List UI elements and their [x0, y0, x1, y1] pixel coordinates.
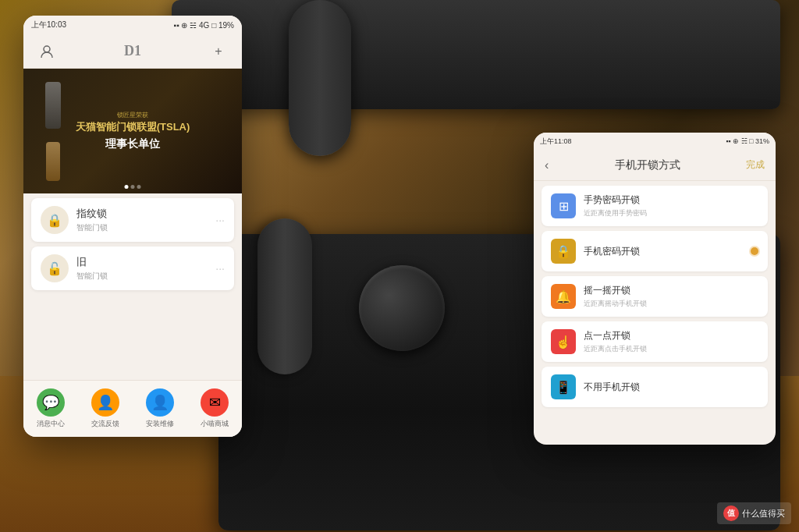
dot-2	[131, 185, 135, 189]
feedback-icon: 👤	[91, 388, 119, 417]
lock-handle-top	[289, 0, 351, 156]
menu-item-shake[interactable]: 🔔 摇一摇开锁 近距离摇动手机开锁	[542, 276, 768, 317]
lock-name-1: 指纹锁	[76, 207, 215, 221]
lock-type-1: 智能门锁	[76, 222, 215, 233]
no-phone-name: 不用手机开锁	[584, 381, 758, 394]
shop-label: 小喵商城	[201, 419, 229, 429]
nav-message-center[interactable]: 💬 消息中心	[37, 388, 65, 429]
lock-handle-bottom	[257, 218, 312, 374]
right-header: ‹ 手机开锁方式 完成	[534, 150, 776, 181]
password-info: 手机密码开锁	[584, 245, 751, 258]
selected-indicator	[751, 247, 758, 255]
bottom-navigation: 💬 消息中心 👤 交流反馈 👤 安装维修 ✉ 小喵商城	[23, 380, 242, 437]
dot-3	[137, 185, 141, 189]
lock-name-2: 旧	[76, 255, 215, 269]
menu-item-tap[interactable]: ☝ 点一点开锁 近距离点击手机开锁	[542, 321, 768, 362]
lock-more-1[interactable]: ···	[215, 214, 225, 226]
tap-icon: ☝	[551, 329, 576, 354]
right-status-bar: 上午11:08 ▪▪ ⊕ ☵ □ 31%	[534, 133, 776, 150]
no-phone-info: 不用手机开锁	[584, 381, 758, 394]
tap-desc: 近距离点击手机开锁	[584, 344, 758, 354]
back-button[interactable]: ‹	[545, 158, 549, 172]
gesture-icon: ⊞	[551, 193, 576, 218]
lock-icon-1: 🔒	[41, 206, 69, 234]
message-icon: 💬	[37, 388, 65, 417]
profile-icon[interactable]	[36, 41, 58, 62]
lock-info-2: 旧 智能门锁	[76, 255, 215, 282]
lock-knob	[359, 265, 445, 351]
banner-top-text: 锁匠星荣获	[76, 111, 190, 119]
shake-icon: 🔔	[551, 284, 576, 309]
no-phone-icon: 📱	[551, 374, 576, 399]
right-time: 上午11:08	[540, 137, 572, 147]
banner-main-text: 天猫智能门锁联盟(TSLA)	[76, 121, 190, 134]
phone-screen-right: 上午11:08 ▪▪ ⊕ ☵ □ 31% ‹ 手机开锁方式 完成 ⊞ 手势密码开…	[534, 133, 776, 445]
shake-desc: 近距离摇动手机开锁	[584, 299, 758, 309]
menu-item-no-phone[interactable]: 📱 不用手机开锁	[542, 367, 768, 407]
feedback-label: 交流反馈	[91, 419, 119, 429]
banner-dots	[125, 185, 141, 189]
tap-info: 点一点开锁 近距离点击手机开锁	[584, 329, 758, 354]
tap-name: 点一点开锁	[584, 329, 758, 342]
right-battery: ▪▪ ⊕ ☵ □ 31%	[726, 137, 769, 145]
password-icon: 🔒	[551, 239, 576, 264]
message-label: 消息中心	[37, 419, 65, 429]
shake-info: 摇一摇开锁 近距离摇动手机开锁	[584, 284, 758, 309]
lock-more-2[interactable]: ···	[215, 262, 225, 275]
watermark: 值 什么值得买	[717, 502, 791, 524]
lock-type-2: 智能门锁	[76, 271, 215, 282]
shop-icon: ✉	[201, 388, 229, 417]
svg-point-0	[44, 46, 50, 52]
left-signal-battery: ▪▪ ⊕ ☵ 4G □ 19%	[174, 21, 234, 30]
promo-banner[interactable]: 锁匠星荣获 天猫智能门锁联盟(TSLA) 理事长单位	[23, 69, 242, 193]
nav-install[interactable]: 👤 安装维修	[146, 388, 174, 429]
nav-shop[interactable]: ✉ 小喵商城	[201, 388, 229, 429]
left-nav-bar: D1 +	[23, 34, 242, 69]
nav-feedback[interactable]: 👤 交流反馈	[91, 388, 119, 429]
gesture-info: 手势密码开锁 近距离使用手势密码	[584, 193, 758, 218]
add-icon[interactable]: +	[208, 41, 229, 62]
done-button[interactable]: 完成	[746, 158, 765, 172]
dot-1	[125, 185, 129, 189]
menu-item-password[interactable]: 🔒 手机密码开锁	[542, 231, 768, 271]
left-time: 上午10:03	[31, 20, 66, 30]
page-title: 手机开锁方式	[615, 158, 680, 172]
banner-sub-text: 理事长单位	[76, 137, 190, 151]
install-label: 安装维修	[146, 419, 174, 429]
lock-item-1[interactable]: 🔒 指纹锁 智能门锁 ···	[31, 198, 234, 242]
menu-item-gesture[interactable]: ⊞ 手势密码开锁 近距离使用手势密码	[542, 186, 768, 226]
lock-plate-top	[172, 0, 780, 109]
lock-item-2[interactable]: 🔓 旧 智能门锁 ···	[31, 246, 234, 290]
lock-info-1: 指纹锁 智能门锁	[76, 207, 215, 233]
phone-screen-left: 上午10:03 ▪▪ ⊕ ☵ 4G □ 19% D1 + 锁匠星荣获 天猫智能门…	[23, 16, 242, 437]
lock-icon-2: 🔓	[41, 254, 69, 282]
watermark-icon: 值	[723, 505, 739, 521]
password-name: 手机密码开锁	[584, 245, 751, 258]
shake-name: 摇一摇开锁	[584, 284, 758, 297]
left-status-bar: 上午10:03 ▪▪ ⊕ ☵ 4G □ 19%	[23, 16, 242, 34]
watermark-text: 什么值得买	[742, 508, 785, 520]
app-logo: D1	[124, 43, 141, 59]
install-icon: 👤	[146, 388, 174, 417]
banner-content: 锁匠星荣获 天猫智能门锁联盟(TSLA) 理事长单位	[76, 111, 190, 151]
gesture-name: 手势密码开锁	[584, 193, 758, 207]
gesture-desc: 近距离使用手势密码	[584, 208, 758, 218]
